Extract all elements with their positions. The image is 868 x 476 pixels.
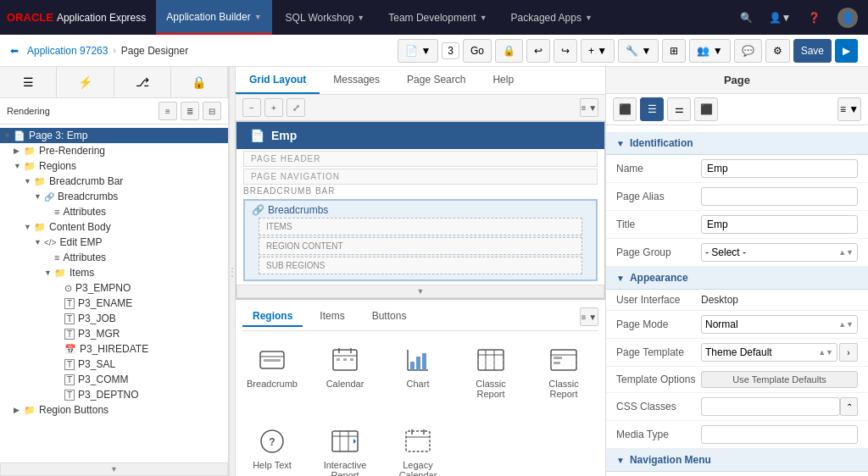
tree-edit-emp[interactable]: ▼ </> Edit EMP: [0, 235, 228, 250]
expand-btn[interactable]: ⤢: [287, 98, 305, 117]
tree-toggle: ▼: [34, 192, 44, 201]
canvas-sub-regions: SUB REGIONS: [259, 257, 582, 274]
bottom-tab-regions[interactable]: Regions: [242, 307, 303, 327]
component-legacy-calendar[interactable]: Legacy Calendar: [388, 419, 448, 476]
back-btn[interactable]: ⬅: [10, 45, 19, 57]
tree-breadcrumb-attrs[interactable]: ≡ Attributes: [0, 204, 228, 219]
tools-btn[interactable]: 🔧 ▼: [618, 39, 659, 63]
tab-help[interactable]: Help: [479, 67, 527, 94]
tree-p3-hiredate[interactable]: 📅 P3_HIREDATE: [0, 341, 228, 357]
users-btn[interactable]: 👥 ▼: [689, 39, 730, 63]
tab-grid-layout[interactable]: Grid Layout: [236, 67, 320, 94]
component-classic-report[interactable]: Classic Report: [461, 338, 520, 406]
tree-p3-sal[interactable]: T P3_SAL: [0, 357, 228, 372]
left-tab-dynamic[interactable]: ⚡: [57, 67, 114, 97]
app-breadcrumb[interactable]: Application 97263: [27, 45, 108, 57]
bottom-tab-buttons[interactable]: Buttons: [362, 307, 417, 327]
tree-pre-rendering[interactable]: ▶ 📁 Pre-Rendering: [0, 143, 228, 158]
prop-title-input[interactable]: [701, 215, 858, 234]
bottom-tab-items[interactable]: Items: [309, 307, 354, 327]
breadcrumb-bar: ⬅ Application 97263 › Page Designer 📄 ▼ …: [0, 35, 868, 67]
save-button[interactable]: Save: [793, 39, 832, 63]
tree-regions[interactable]: ▼ 📁 Regions: [0, 158, 228, 174]
left-tab-security[interactable]: 🔒: [171, 67, 228, 97]
tab-messages[interactable]: Messages: [320, 67, 393, 94]
prop-media-type-input[interactable]: [701, 425, 858, 444]
tree-p3-ename[interactable]: T P3_ENAME: [0, 296, 228, 311]
template-options-button[interactable]: Use Template Defaults: [701, 371, 858, 388]
zoom-in-btn[interactable]: +: [264, 98, 283, 117]
filter-btn[interactable]: ⊟: [203, 102, 221, 120]
go-button[interactable]: Go: [463, 39, 492, 63]
align-left-btn[interactable]: ⬛: [613, 97, 637, 121]
list-view-btn[interactable]: ≡: [159, 102, 177, 120]
tree-breadcrumb-bar[interactable]: ▼ 📁 Breadcrumb Bar: [0, 174, 228, 189]
grid-btn[interactable]: ⊞: [662, 39, 686, 63]
view-options-btn[interactable]: ≡ ▼: [580, 98, 598, 117]
run-btn[interactable]: ▶: [835, 39, 858, 63]
tree-p3-comm[interactable]: T P3_COMM: [0, 372, 228, 387]
prop-alias-row: Page Alias: [606, 183, 868, 211]
prop-page-group-select[interactable]: - Select - ▲▼: [701, 243, 858, 262]
canvas-breadcrumb-region[interactable]: 🔗 Breadcrumbs ITEMS REGION CONTENT SUB R…: [243, 199, 598, 281]
prop-page-mode-select[interactable]: Normal ▲▼: [701, 315, 858, 334]
tree-breadcrumbs[interactable]: ▼ 🔗 Breadcrumbs: [0, 189, 228, 204]
lock-btn[interactable]: 🔒: [495, 39, 523, 63]
tree-p3-mgr[interactable]: T P3_MGR: [0, 326, 228, 341]
zoom-out-btn[interactable]: −: [242, 98, 261, 117]
align-justify-btn[interactable]: ⚌: [667, 97, 691, 121]
user-menu-btn[interactable]: 👤▼: [766, 4, 793, 31]
left-tab-shared[interactable]: ⎇: [114, 67, 171, 97]
nav-tab-app-builder[interactable]: Application Builder ▼: [156, 0, 271, 35]
prop-name-input[interactable]: [701, 159, 858, 178]
interactive-report-component-icon: [330, 426, 360, 457]
breadcrumb-region-icon: 🔗: [252, 204, 264, 216]
tree-content-body[interactable]: ▼ 📁 Content Body: [0, 219, 228, 235]
undo-btn[interactable]: ↩: [526, 39, 550, 63]
tree-page-item[interactable]: ▼ 📄 Page 3: Emp: [0, 128, 228, 143]
detail-view-btn[interactable]: ≣: [181, 102, 199, 120]
search-icon-btn[interactable]: 🔍: [732, 4, 760, 31]
prop-alias-input[interactable]: [701, 187, 858, 206]
nav-chevron-pkgd: ▼: [585, 14, 593, 22]
nav-tab-sql-workshop[interactable]: SQL Workshop ▼: [275, 0, 376, 35]
file-btn[interactable]: 📄 ▼: [398, 39, 438, 63]
identification-section-header[interactable]: ▼ Identification: [606, 132, 868, 155]
help-icon-btn[interactable]: ❓: [800, 4, 827, 31]
template-detail-btn[interactable]: ›: [839, 343, 858, 362]
tree-scroll-down[interactable]: ▼: [0, 462, 228, 476]
component-interactive-report[interactable]: Interactive Report: [315, 419, 375, 476]
tree-p3-empno[interactable]: ⊙ P3_EMPNO: [0, 280, 228, 296]
profile-btn[interactable]: 👤: [834, 4, 861, 31]
component-chart[interactable]: Chart: [388, 338, 448, 406]
redo-btn[interactable]: ↪: [554, 39, 577, 63]
prop-css-classes-input[interactable]: [701, 397, 840, 416]
tree-p3-deptno[interactable]: T P3_DEPTNO: [0, 387, 228, 402]
nav-tab-team-dev[interactable]: Team Development ▼: [378, 0, 497, 35]
align-center-btn[interactable]: ☰: [640, 97, 664, 121]
component-breadcrumb[interactable]: Breadcrumb: [242, 338, 302, 406]
settings-btn[interactable]: ⚙: [765, 39, 790, 63]
component-calendar[interactable]: Calendar: [315, 338, 375, 406]
tree-edit-emp-attrs[interactable]: ≡ Attributes: [0, 250, 228, 265]
prop-page-template-select[interactable]: Theme Default ▲▼: [701, 343, 837, 362]
component-help-text[interactable]: ? Help Text: [242, 419, 302, 476]
tab-page-search[interactable]: Page Search: [393, 67, 479, 94]
tree-p3-job[interactable]: T P3_JOB: [0, 311, 228, 326]
nav-tab-packaged-apps[interactable]: Packaged Apps ▼: [501, 0, 603, 35]
add-btn[interactable]: + ▼: [581, 39, 615, 63]
nav-menu-section-header[interactable]: ▼ Navigation Menu: [606, 449, 868, 472]
left-divider[interactable]: ⋮: [229, 67, 236, 476]
component-classic-report2[interactable]: Classic Report: [534, 338, 593, 406]
prop-page-mode-row: Page Mode Normal ▲▼: [606, 311, 868, 339]
align-right-btn[interactable]: ⬛: [694, 97, 718, 121]
css-expand-btn[interactable]: ⌃: [840, 397, 858, 416]
tree-items-folder[interactable]: ▼ 📁 Items: [0, 265, 228, 280]
bottom-view-options[interactable]: ≡ ▼: [580, 307, 598, 326]
left-tab-rendering[interactable]: ☰: [0, 67, 57, 97]
tree-region-buttons[interactable]: ▶ 📁 Region Buttons: [0, 402, 228, 418]
comment-btn[interactable]: 💬: [734, 39, 762, 63]
appearance-section-header[interactable]: ▼ Appearance: [606, 267, 868, 290]
canvas-scroll-down[interactable]: ▼: [236, 285, 604, 298]
right-more-btn[interactable]: ≡ ▼: [837, 97, 861, 121]
